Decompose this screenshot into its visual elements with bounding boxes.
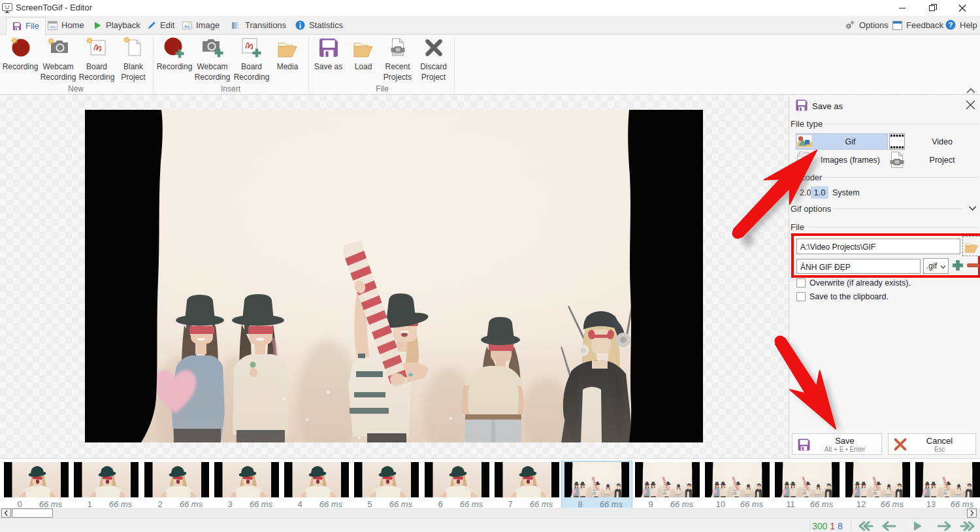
svg-text:?: ? — [949, 21, 953, 29]
